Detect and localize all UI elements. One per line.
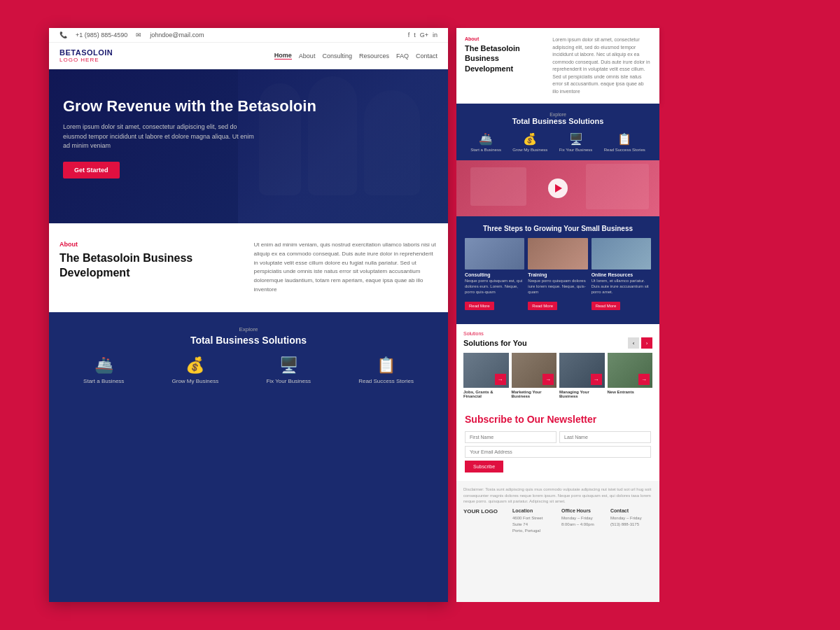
step-card-online: Online Resources Ut lorem, et ullamco pa… bbox=[592, 238, 651, 310]
rtbs-item-3[interactable]: 🖥️ Fix Your Business bbox=[559, 132, 593, 152]
footer-location-text: 4600 Fort StreetSuite 74Porto, Portugal bbox=[512, 515, 554, 534]
read-more-online[interactable]: Read More bbox=[592, 302, 621, 310]
training-image bbox=[528, 238, 587, 270]
phone-icon: 📞 bbox=[59, 31, 67, 38]
money-icon: 💰 bbox=[172, 356, 219, 374]
footer-location-col: Location 4600 Fort StreetSuite 74Porto, … bbox=[512, 508, 554, 534]
right-steps-section: Three Steps to Growing Your Small Busine… bbox=[456, 216, 659, 324]
consulting-image bbox=[465, 238, 524, 270]
right-about-label: About bbox=[465, 36, 547, 41]
step-card-consulting: Consulting Neque porro quisquam est, qui… bbox=[465, 238, 524, 310]
footer-section: Disclaimer: Tosta sunt adipiscing quis m… bbox=[456, 481, 659, 602]
nav-faq[interactable]: FAQ bbox=[396, 52, 409, 59]
sol-label-4: Read Success Stories bbox=[358, 378, 414, 384]
footer-hours-col: Office Hours Monday – Friday8:00am – 4:0… bbox=[561, 508, 603, 534]
solution-item-1[interactable]: 🚢 Start a Business bbox=[83, 356, 124, 384]
sol-card-title-4: New Entrants bbox=[608, 390, 653, 394]
solutions-header: Solutions for You ‹ › bbox=[463, 337, 652, 349]
facebook-icon[interactable]: f bbox=[408, 31, 410, 38]
subscribe-button[interactable]: Subscribe bbox=[465, 461, 503, 472]
footer-location-title: Location bbox=[512, 508, 554, 513]
footer-contact-text: Monday – Friday(513) 888-3175 bbox=[610, 515, 652, 528]
rtbs-ship-icon: 🚢 bbox=[470, 132, 501, 146]
hero-title: Grow Revenue with the Betasoloin bbox=[63, 97, 434, 115]
sol-card-arrow-1[interactable]: → bbox=[495, 374, 506, 385]
sol-label-3: Fix Your Business bbox=[266, 378, 311, 384]
main-container: 📞 +1 (985) 885-4590 ✉ johndoe@mail.com f… bbox=[49, 28, 791, 602]
rtbs-clipboard-icon: 📋 bbox=[604, 132, 645, 146]
topbar: 📞 +1 (985) 885-4590 ✉ johndoe@mail.com f… bbox=[49, 28, 448, 43]
nav-resources[interactable]: Resources bbox=[359, 52, 389, 59]
solution-item-3[interactable]: 🖥️ Fix Your Business bbox=[266, 356, 311, 384]
last-name-input[interactable] bbox=[559, 431, 651, 443]
google-icon[interactable]: G+ bbox=[420, 31, 428, 38]
solutions-next-button[interactable]: › bbox=[641, 337, 652, 349]
sol-card-img-3: → bbox=[559, 353, 605, 388]
newsletter-title: Subscribe to Our Newsletter bbox=[465, 414, 651, 426]
play-button[interactable] bbox=[548, 178, 568, 198]
solutions-title: Total Business Solutions bbox=[59, 335, 438, 346]
left-column: 📞 +1 (985) 885-4590 ✉ johndoe@mail.com f… bbox=[49, 28, 448, 602]
right-about-text: Lorem ipsum dolor sit amet, consectetur … bbox=[552, 36, 651, 95]
newsletter-name-row bbox=[465, 431, 651, 443]
nav-home[interactable]: Home bbox=[274, 52, 292, 59]
nav-links: Home About Consulting Resources FAQ Cont… bbox=[274, 52, 438, 59]
step-training-name: Training bbox=[528, 272, 587, 277]
sol-card-arrow-3[interactable]: → bbox=[591, 374, 602, 385]
navbar: BETASOLOIN LOGO HERE Home About Consulti… bbox=[49, 43, 448, 69]
footer-hours-text: Monday – Friday8:00am – 4:00pm bbox=[561, 515, 603, 528]
nav-contact[interactable]: Contact bbox=[416, 52, 438, 59]
nav-consulting[interactable]: Consulting bbox=[322, 52, 352, 59]
first-name-input[interactable] bbox=[465, 431, 556, 443]
right-tbs-icons: 🚢 Start a Business 💰 Grow My Business 🖥️… bbox=[465, 132, 651, 152]
sol-card-arrow-2[interactable]: → bbox=[542, 374, 554, 385]
steps-cards: Consulting Neque porro quisquam est, qui… bbox=[465, 238, 651, 310]
sol-card-2: → Marketing Your Business bbox=[512, 353, 557, 398]
topbar-right: f t G+ in bbox=[408, 31, 438, 38]
solutions-nav: ‹ › bbox=[628, 337, 652, 349]
solution-item-4[interactable]: 📋 Read Success Stories bbox=[358, 356, 414, 384]
rtbs-label-4: Read Success Stories bbox=[604, 148, 645, 152]
sol-card-img-2: → bbox=[512, 353, 557, 388]
email-input[interactable] bbox=[465, 446, 651, 458]
solution-item-2[interactable]: 💰 Grow My Business bbox=[172, 356, 219, 384]
hero-cta-button[interactable]: Get Started bbox=[63, 162, 120, 178]
sol-card-title-2: Marketing Your Business bbox=[512, 390, 557, 398]
logo-main-text: BETASOLOIN bbox=[59, 48, 113, 57]
right-about-left: About The Betasoloin Business Developmen… bbox=[465, 36, 547, 95]
rtbs-item-1[interactable]: 🚢 Start a Business bbox=[470, 132, 501, 152]
about-label: About bbox=[59, 241, 244, 248]
sol-card-img-4: → bbox=[608, 353, 653, 388]
rtbs-label-3: Fix Your Business bbox=[559, 148, 593, 152]
online-resources-image bbox=[592, 238, 651, 270]
rtbs-item-4[interactable]: 📋 Read Success Stories bbox=[604, 132, 645, 152]
sol-card-arrow-4[interactable]: → bbox=[638, 374, 650, 385]
clipboard-icon: 📋 bbox=[358, 356, 414, 374]
computer-icon: 🖥️ bbox=[266, 356, 311, 374]
solutions-bottom-section: Explore Total Business Solutions 🚢 Start… bbox=[49, 312, 448, 602]
right-about-right: Lorem ipsum dolor sit amet, consectetur … bbox=[552, 36, 651, 95]
right-tbs-label: Explore bbox=[465, 112, 651, 117]
read-more-consulting[interactable]: Read More bbox=[465, 302, 494, 310]
right-about-title: The Betasoloin Business Development bbox=[465, 43, 547, 74]
nav-about[interactable]: About bbox=[299, 52, 316, 59]
rtbs-computer-icon: 🖥️ bbox=[559, 132, 593, 146]
step-online-desc: Ut lorem, et ullamco pariatur. Duis aute… bbox=[592, 279, 651, 295]
sol-card-title-1: Jobs, Grants & Financial bbox=[463, 390, 509, 398]
rtbs-money-icon: 💰 bbox=[512, 132, 547, 146]
linkedin-icon[interactable]: in bbox=[433, 31, 438, 38]
solutions-prev-button[interactable]: ‹ bbox=[628, 337, 639, 349]
about-title: The Betasoloin Business Development bbox=[59, 251, 244, 281]
read-more-training[interactable]: Read More bbox=[528, 302, 557, 310]
play-triangle-icon bbox=[555, 184, 562, 192]
twitter-icon[interactable]: t bbox=[414, 31, 416, 38]
sol-label-2: Grow My Business bbox=[172, 378, 219, 384]
sol-card-3: → Managing Your Business bbox=[559, 353, 605, 398]
footer-contact-title: Contact bbox=[610, 508, 652, 513]
rtbs-item-2[interactable]: 💰 Grow My Business bbox=[512, 132, 547, 152]
ship-icon: 🚢 bbox=[83, 356, 124, 374]
right-tbs-section: Explore Total Business Solutions 🚢 Start… bbox=[456, 104, 659, 160]
hero-content: Grow Revenue with the Betasoloin Lorem i… bbox=[63, 97, 434, 178]
sol-card-1: → Jobs, Grants & Financial bbox=[463, 353, 509, 398]
footer-hours-title: Office Hours bbox=[561, 508, 603, 513]
